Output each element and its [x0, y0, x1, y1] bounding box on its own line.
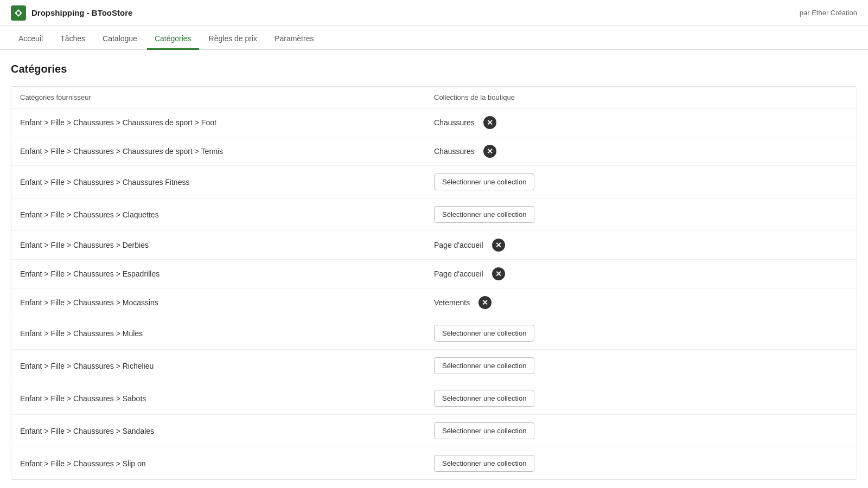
table-row: Enfant > Fille > Chaussures > SabotsSéle…: [11, 382, 857, 415]
table-row: Enfant > Fille > Chaussures > RichelieuS…: [11, 350, 857, 382]
category-path: Enfant > Fille > Chaussures > Chaussures…: [20, 178, 434, 187]
table-row: Enfant > Fille > Chaussures > Chaussures…: [11, 108, 857, 137]
select-collection-button[interactable]: Sélectionner une collection: [434, 206, 534, 223]
page-content: Catégories Catégories fournisseur Collec…: [0, 50, 868, 488]
select-collection-button[interactable]: Sélectionner une collection: [434, 422, 534, 439]
remove-collection-button[interactable]: ✕: [492, 239, 505, 252]
nav-item-paramètres[interactable]: Paramètres: [267, 29, 321, 50]
category-path: Enfant > Fille > Chaussures > Chaussures…: [20, 118, 434, 127]
category-path: Enfant > Fille > Chaussures > Slip on: [20, 459, 434, 468]
collection-assigned: Chaussures✕: [434, 116, 843, 129]
remove-collection-button[interactable]: ✕: [492, 267, 505, 280]
header-byline: par Ether Création: [800, 9, 857, 17]
collection-assigned: Page d'accueil✕: [434, 267, 843, 280]
collection-assigned: Page d'accueil✕: [434, 239, 843, 252]
table-row: Enfant > Fille > Chaussures > Chaussures…: [11, 137, 857, 166]
collection-cell: Page d'accueil✕: [434, 267, 848, 280]
nav-item-règles-de-prix[interactable]: Règles de prix: [201, 29, 265, 50]
category-path: Enfant > Fille > Chaussures > Espadrille…: [20, 269, 434, 278]
category-path: Enfant > Fille > Chaussures > Sabots: [20, 394, 434, 403]
remove-collection-button[interactable]: ✕: [478, 296, 492, 309]
collection-cell: Sélectionner une collection: [434, 390, 848, 407]
nav-item-catégories[interactable]: Catégories: [147, 29, 199, 50]
app-logo-icon: [11, 5, 26, 21]
category-path: Enfant > Fille > Chaussures > Claquettes: [20, 210, 434, 219]
table-row: Enfant > Fille > Chaussures > Claquettes…: [11, 198, 857, 231]
collection-name: Chaussures: [434, 118, 475, 127]
collection-name: Vetements: [434, 298, 470, 307]
select-collection-button[interactable]: Sélectionner une collection: [434, 325, 534, 342]
select-collection-button[interactable]: Sélectionner une collection: [434, 390, 534, 407]
table-row: Enfant > Fille > Chaussures > MocassinsV…: [11, 288, 857, 317]
category-path: Enfant > Fille > Chaussures > Derbies: [20, 241, 434, 249]
remove-collection-button[interactable]: ✕: [483, 145, 496, 158]
category-path: Enfant > Fille > Chaussures > Mules: [20, 329, 434, 338]
nav-item-acceuil[interactable]: Acceuil: [11, 29, 50, 50]
collection-cell: Sélectionner une collection: [434, 206, 848, 223]
select-collection-button[interactable]: Sélectionner une collection: [434, 174, 534, 190]
collection-cell: Vetements✕: [434, 296, 848, 309]
col2-header: Collections de la boutique: [434, 93, 848, 101]
table-row: Enfant > Fille > Chaussures > Chaussures…: [11, 166, 857, 198]
category-path: Enfant > Fille > Chaussures > Richelieu: [20, 362, 434, 370]
table-row: Enfant > Fille > Chaussures > SandalesSé…: [11, 415, 857, 447]
collection-name: Page d'accueil: [434, 269, 483, 278]
collection-cell: Sélectionner une collection: [434, 357, 848, 374]
categories-table: Catégories fournisseur Collections de la…: [11, 86, 857, 480]
select-collection-button[interactable]: Sélectionner une collection: [434, 455, 534, 472]
header-left: Dropshipping - BTooStore: [11, 5, 132, 21]
collection-cell: Sélectionner une collection: [434, 422, 848, 439]
collection-cell: Sélectionner une collection: [434, 174, 848, 190]
collection-cell: Sélectionner une collection: [434, 325, 848, 342]
table-row: Enfant > Fille > Chaussures > Slip onSél…: [11, 447, 857, 479]
nav-item-tâches[interactable]: Tâches: [53, 29, 93, 50]
category-path: Enfant > Fille > Chaussures > Sandales: [20, 427, 434, 435]
collection-cell: Sélectionner une collection: [434, 455, 848, 472]
collection-assigned: Chaussures✕: [434, 145, 843, 158]
category-path: Enfant > Fille > Chaussures > Chaussures…: [20, 147, 434, 156]
collection-name: Chaussures: [434, 147, 475, 156]
app-title: Dropshipping - BTooStore: [31, 8, 132, 17]
collection-cell: Page d'accueil✕: [434, 239, 848, 252]
table-header: Catégories fournisseur Collections de la…: [11, 87, 857, 108]
collection-cell: Chaussures✕: [434, 116, 848, 129]
main-nav: AcceuilTâchesCatalogueCatégoriesRègles d…: [0, 26, 868, 50]
collection-assigned: Vetements✕: [434, 296, 843, 309]
table-body: Enfant > Fille > Chaussures > Chaussures…: [11, 108, 857, 479]
nav-item-catalogue[interactable]: Catalogue: [95, 29, 145, 50]
page-title: Catégories: [11, 63, 857, 75]
table-row: Enfant > Fille > Chaussures > MulesSélec…: [11, 317, 857, 350]
table-row: Enfant > Fille > Chaussures > DerbiesPag…: [11, 231, 857, 260]
collection-cell: Chaussures✕: [434, 145, 848, 158]
collection-name: Page d'accueil: [434, 241, 483, 249]
svg-point-1: [17, 11, 20, 15]
app-header: Dropshipping - BTooStore par Ether Créat…: [0, 0, 868, 26]
table-row: Enfant > Fille > Chaussures > Espadrille…: [11, 260, 857, 288]
select-collection-button[interactable]: Sélectionner une collection: [434, 357, 534, 374]
remove-collection-button[interactable]: ✕: [483, 116, 496, 129]
category-path: Enfant > Fille > Chaussures > Mocassins: [20, 298, 434, 307]
col1-header: Catégories fournisseur: [20, 93, 434, 101]
